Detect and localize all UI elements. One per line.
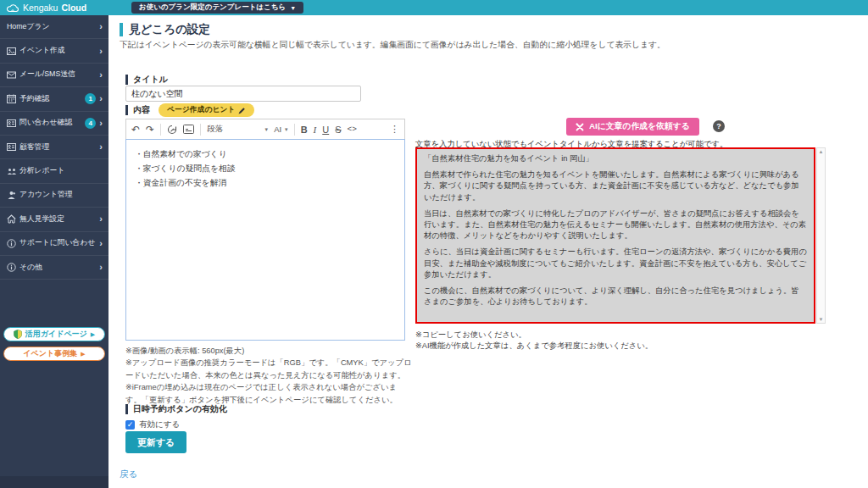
bullet-item: 資金計画の不安を解消 [135,175,404,190]
info-icon [7,263,19,272]
insert-image-icon[interactable] [183,125,194,134]
editor-toolbar: ↶ ↷ 段落 ▾ AI ▾ B I U S <> ⋮ [125,119,405,139]
brand-name-bold: Cloud [61,3,86,13]
page-title: 見どころの設定 [120,23,210,36]
scroll-up-icon[interactable]: ▲ [817,149,825,154]
info-icon [7,239,19,248]
sidebar-item-reservation-check[interactable]: 予約確認 1 › [0,87,108,111]
sidebar-item-home-plan[interactable]: Homeプラン › [0,15,108,39]
generated-paragraph: さらに、当日は資金計画に関するセミナーも行います。住宅ローンの返済方法や、家づく… [424,247,807,280]
ai-menu-select[interactable]: AI ▾ [274,125,288,134]
sidebar-item-others[interactable]: その他 › [0,256,108,280]
generated-paragraph: 自然素材で作られた住宅の魅力を知るイベントを開催いたします。自然素材による家づく… [424,169,807,203]
chevron-right-icon: › [99,263,103,272]
people-icon [7,167,19,176]
customer-card-icon [7,142,19,152]
notification-badge: 4 [85,118,96,129]
paragraph-style-select[interactable]: 段落 ▾ [207,124,268,135]
ai-tools-icon [576,123,584,131]
title-field-label: タイトル [125,75,168,85]
sidebar-item-analytics-report[interactable]: 分析レポート [0,159,108,183]
chevron-right-icon: › [99,22,103,31]
content-field-label: 内容 [125,105,150,115]
sidebar-item-inquiry-check[interactable]: 問い合わせ確認 4 › [0,112,108,136]
person-icon [7,191,19,200]
scroll-down-icon[interactable]: ▼ [817,317,825,322]
sidebar-item-account-management[interactable]: アカウント管理 [0,184,108,208]
notification-badge: 1 [85,93,96,104]
note-line: ※アップロード画像の推奨カラーモードは「RGB」です。「CMYK」でアップロード… [125,357,412,381]
beginner-mark-icon [14,330,22,339]
back-link[interactable]: 戻る [120,469,137,480]
generated-paragraph: この機会に、自然素材での家づくりについて、より深く理解し、自分に合った住宅を見つ… [424,286,807,308]
textarea-scrollbar[interactable]: ▲ ▼ [816,147,826,324]
brand-name: Kengaku [23,3,58,13]
toolbar-divider [200,124,201,136]
play-right-icon: ▶ [81,351,85,358]
chevron-right-icon: › [99,142,103,152]
sidebar-item-mail-sms[interactable]: メール/SMS送信 › [0,64,108,87]
inquiry-card-icon [7,119,19,128]
page-creation-hint-button[interactable]: ページ作成のヒント [159,103,254,117]
restore-draft-icon[interactable] [167,125,177,135]
chevron-down-icon: ▾ [285,126,288,133]
chevron-right-icon: › [99,119,103,128]
ai-generated-textarea[interactable]: 「自然素材住宅の魅力を知るイベント in 岡山」 自然素材で作られた住宅の魅力を… [415,147,815,324]
top-bar: KengakuCloud お使いのプラン限定のテンプレートはこちら ▼ [0,0,868,15]
dropdown-arrow-icon: ▼ [290,5,296,11]
enable-checkbox-row[interactable]: ✓ 有効にする [125,419,180,430]
datetime-booking-label: 日時予約ボタンの有効化 [125,404,227,414]
generated-paragraph: 当日は、自然素材での家づくりに特化したプロのアドバイザーが、皆さまの疑問点にお答… [424,208,807,242]
bold-button[interactable]: B [301,125,308,135]
undo-icon[interactable]: ↶ [131,125,140,135]
chevron-right-icon: › [99,70,103,80]
house-icon [7,214,19,224]
note-line: ※画像/動画の表示幅: 560px(最大) [125,345,412,357]
image-icon [7,47,19,56]
chevron-down-icon: ▾ [265,126,269,133]
checkbox-checked[interactable]: ✓ [125,420,135,430]
sidebar-item-contact-support[interactable]: サポートに問い合わせ › [0,232,108,256]
chevron-right-icon: › [99,214,103,224]
sidebar-spacer [0,280,108,327]
upload-notes: ※画像/動画の表示幅: 560px(最大) ※アップロード画像の推奨カラーモード… [125,345,412,406]
toolbar-divider [294,124,295,136]
underline-button[interactable]: U [322,125,329,135]
strikethrough-button[interactable]: S [335,125,341,135]
toolbar-divider [160,124,161,136]
update-button[interactable]: 更新する [125,431,186,453]
bullet-item: 自然素材での家づくり [135,147,404,161]
brand-logo[interactable]: KengakuCloud [6,2,86,14]
italic-button[interactable]: I [314,125,317,135]
ai-caution-note: ※AI機能が作成した文章は、あくまで参考程度にお使いください。 [415,341,653,352]
chevron-right-icon: › [99,47,103,56]
sidebar-item-unmanned-tour-settings[interactable]: 無人見学設定 › [0,208,108,231]
checkbox-label: 有効にする [139,419,180,430]
title-input[interactable] [125,86,361,102]
calendar-icon [7,94,19,103]
chevron-right-icon: › [99,239,103,248]
play-right-icon: ▶ [91,331,95,338]
note-line: ※iFrameの埋め込みは現在のページでは正しく表示されない場合がございます。「… [125,381,412,406]
sidebar-item-event-create[interactable]: イベント作成 › [0,39,108,63]
page-subtitle: 下記はイベントページの表示可能な横幅と同じ幅で表示しています。編集画面にて画像が… [120,40,665,51]
sidebar-item-customer-management[interactable]: 顧客管理 › [0,136,108,159]
generated-title: 「自然素材住宅の魅力を知るイベント in 岡山」 [424,153,807,164]
cloud-logo-icon [6,3,19,13]
mail-icon [7,70,19,80]
usage-guide-button[interactable]: 活用ガイドページ ▶ [3,327,105,341]
pencil-icon [238,107,246,114]
code-button[interactable]: <> [348,125,357,134]
chevron-right-icon: › [99,94,103,103]
event-case-studies-button[interactable]: イベント事例集 ▶ [3,347,105,361]
bullet-item: 家づくりの疑問点を相談 [135,161,404,175]
app-window: KengakuCloud お使いのプラン限定のテンプレートはこちら ▼ Home… [0,0,868,488]
copy-usage-note: ※コピーしてお使いください。 [415,330,526,341]
ai-compose-request-button[interactable]: AIに文章の作成を依頼する [566,118,699,136]
help-question-icon[interactable]: ? [713,120,725,132]
content-editor[interactable]: 自然素材での家づくり 家づくりの疑問点を相談 資金計画の不安を解消 [125,139,405,341]
more-options-icon[interactable]: ⋮ [390,124,399,135]
editor-bullet-list: 自然素材での家づくり 家づくりの疑問点を相談 資金計画の不安を解消 [126,140,404,190]
plan-template-button[interactable]: お使いのプラン限定のテンプレートはこちら ▼ [131,2,303,14]
redo-icon[interactable]: ↷ [146,125,154,135]
